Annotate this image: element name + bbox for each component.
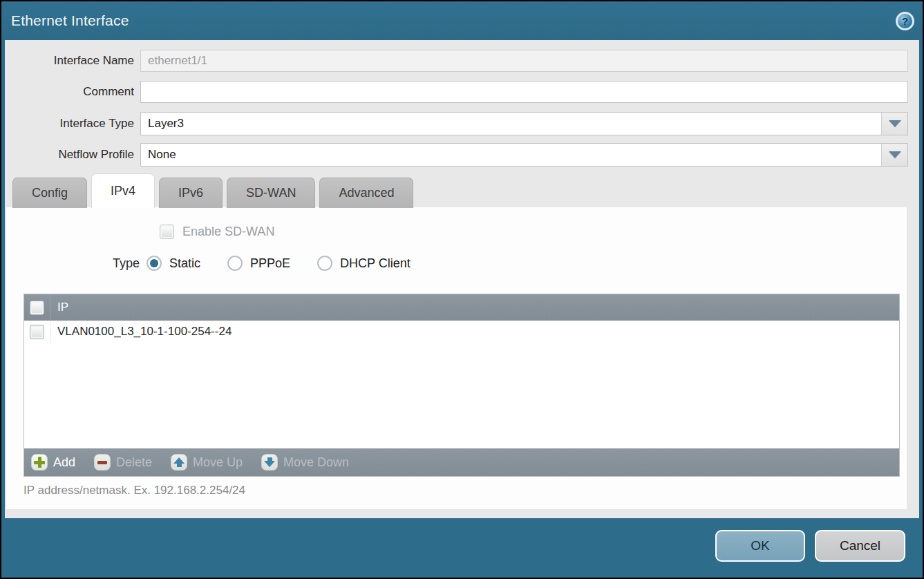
ip-cell[interactable]: VLAN0100_L3_10-1-100-254--24: [50, 325, 232, 339]
table-row[interactable]: VLAN0100_L3_10-1-100-254--24: [24, 321, 899, 343]
minus-icon: [94, 454, 111, 471]
type-radio-row: Type Static PPPoE DHCP Client: [6, 256, 437, 271]
interface-type-row: Interface Type Layer3: [5, 112, 908, 135]
netflow-profile-row: Netflow Profile None: [5, 143, 908, 167]
enable-sdwan-row: Enable SD-WAN: [160, 225, 274, 239]
delete-button-label: Delete: [116, 455, 152, 470]
comment-field[interactable]: [140, 81, 908, 103]
interface-type-dropdown[interactable]: Layer3: [140, 112, 908, 135]
move-up-button[interactable]: Move Up: [171, 454, 243, 471]
tab-ipv6[interactable]: IPv6: [159, 178, 223, 208]
radio-dot: [150, 259, 158, 267]
enable-sdwan-checkbox[interactable]: [160, 225, 174, 239]
chevron-down-icon: [889, 151, 901, 158]
type-label: Type: [6, 256, 147, 271]
radio-dhcp-client-control[interactable]: [317, 256, 332, 271]
dialog-footer: OK Cancel: [1, 518, 923, 578]
radio-pppoe[interactable]: PPPoE: [227, 256, 290, 271]
ip-format-hint: IP address/netmask. Ex. 192.168.2.254/24: [23, 484, 245, 497]
tab-ipv6-label: IPv6: [178, 186, 203, 200]
arrow-down-icon: [261, 454, 278, 471]
comment-row: Comment: [5, 81, 908, 103]
tab-ipv4-label: IPv4: [111, 184, 135, 198]
ip-table-body[interactable]: VLAN0100_L3_10-1-100-254--24: [24, 321, 899, 448]
dialog-titlebar: Ethernet Interface ?: [1, 1, 923, 40]
radio-static-control[interactable]: [147, 256, 162, 271]
netflow-profile-label: Netflow Profile: [5, 148, 140, 162]
move-up-button-label: Move Up: [193, 455, 243, 470]
row-checkbox[interactable]: [30, 325, 44, 339]
ip-table-header: IP: [24, 294, 899, 321]
dialog-title: Ethernet Interface: [11, 12, 129, 29]
table-toolbar: Add Delete Move Up: [24, 448, 899, 476]
tab-sdwan[interactable]: SD-WAN: [227, 178, 315, 208]
netflow-profile-dropdown[interactable]: None: [140, 143, 908, 167]
interface-name-field: [140, 50, 908, 72]
radio-dhcp-client-label: DHCP Client: [340, 256, 411, 271]
select-all-checkbox[interactable]: [30, 301, 44, 315]
cancel-button[interactable]: Cancel: [815, 530, 905, 562]
radio-static[interactable]: Static: [147, 256, 200, 271]
tab-strip: Config IPv4 IPv6 SD-WAN Advanced: [12, 175, 413, 208]
interface-type-dropdown-button[interactable]: [881, 113, 907, 135]
netflow-profile-dropdown-button[interactable]: [881, 144, 907, 166]
arrow-up-icon: [171, 454, 187, 471]
move-down-button-label: Move Down: [283, 455, 349, 470]
interface-name-label: Interface Name: [5, 54, 140, 68]
plus-icon: [31, 454, 48, 471]
row-checkbox-cell: [24, 321, 50, 343]
netflow-profile-value: None: [141, 144, 881, 166]
tab-ipv4[interactable]: IPv4: [91, 173, 155, 208]
add-button-label: Add: [53, 455, 75, 470]
tab-advanced[interactable]: Advanced: [319, 178, 413, 208]
help-icon-glyph: ?: [902, 15, 908, 27]
radio-pppoe-label: PPPoE: [250, 256, 290, 271]
radio-dhcp-client[interactable]: DHCP Client: [317, 256, 411, 271]
interface-name-row: Interface Name: [5, 50, 908, 72]
delete-button[interactable]: Delete: [94, 454, 152, 471]
interface-type-value: Layer3: [141, 113, 881, 135]
ip-table: IP VLAN0100_L3_10-1-100-254--24 Add: [23, 294, 900, 477]
move-down-button[interactable]: Move Down: [261, 454, 349, 471]
ip-column-header: IP: [50, 301, 68, 314]
tab-config-label: Config: [32, 186, 68, 200]
ipv4-tab-panel: Enable SD-WAN Type Static PPPoE DHCP Cli…: [6, 207, 907, 509]
tab-config[interactable]: Config: [12, 178, 87, 208]
interface-type-label: Interface Type: [5, 117, 140, 131]
tab-sdwan-label: SD-WAN: [246, 186, 296, 200]
comment-label: Comment: [5, 85, 140, 99]
ok-button[interactable]: OK: [715, 530, 805, 562]
radio-static-label: Static: [169, 256, 200, 271]
help-icon[interactable]: ?: [896, 12, 914, 30]
radio-pppoe-control[interactable]: [227, 256, 243, 271]
tab-advanced-label: Advanced: [339, 186, 394, 200]
select-all-cell: [24, 294, 50, 321]
enable-sdwan-label: Enable SD-WAN: [182, 225, 274, 239]
ethernet-interface-dialog: Ethernet Interface ? Interface Name Comm…: [0, 0, 924, 579]
add-button[interactable]: Add: [31, 454, 75, 471]
chevron-down-icon: [889, 120, 901, 127]
dialog-body: Interface Name Comment Interface Type La…: [5, 40, 919, 518]
